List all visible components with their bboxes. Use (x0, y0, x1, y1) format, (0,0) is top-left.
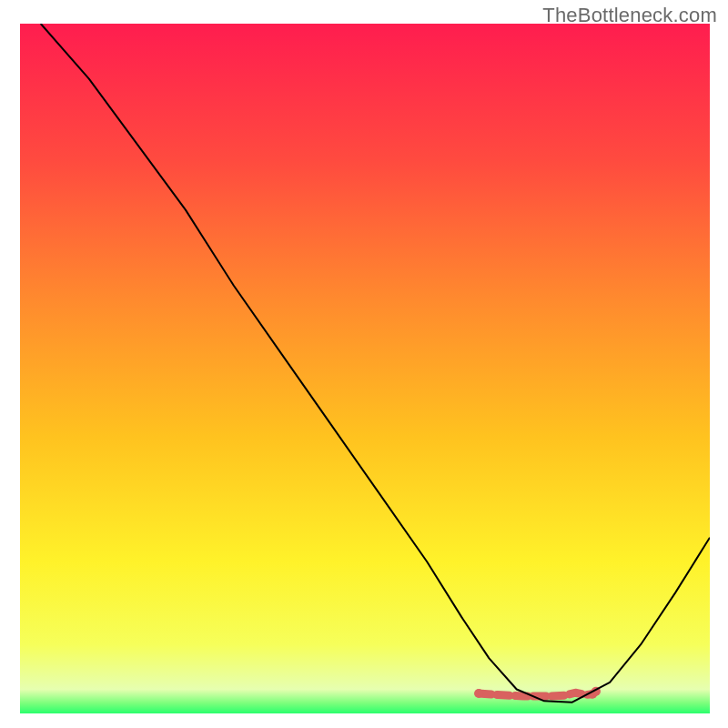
chart-container: TheBottleneck.com (0, 0, 728, 728)
plot-area (20, 24, 710, 713)
marker-dot (474, 689, 483, 698)
chart-svg (20, 24, 710, 713)
